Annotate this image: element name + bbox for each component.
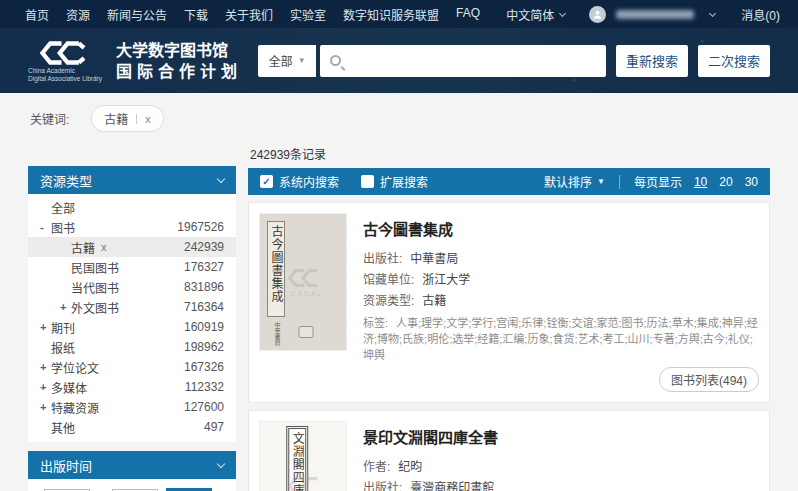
expand-icon[interactable]: + xyxy=(60,301,71,313)
field-row: 作者:纪昀 xyxy=(363,457,759,478)
cadal-watermark-icon: CADAL xyxy=(287,267,327,297)
nav-link[interactable]: FAQ xyxy=(456,6,480,23)
facet-item[interactable]: -图书1967526 xyxy=(28,217,236,237)
nav-link[interactable]: 下载 xyxy=(184,6,208,23)
secondary-search-button[interactable]: 二次搜索 xyxy=(698,45,770,77)
system-search-checkbox-group[interactable]: ✓ 系统内搜索 xyxy=(260,173,339,190)
facet-label: 期刊 xyxy=(51,319,75,336)
page-size-option[interactable]: 20 xyxy=(719,175,732,189)
facet-label: 报纸 xyxy=(51,339,75,356)
page-size-option[interactable]: 10 xyxy=(694,175,707,189)
keyword-divider xyxy=(136,114,137,124)
chevron-down-icon xyxy=(217,459,225,467)
search-input[interactable] xyxy=(349,48,596,74)
facet-label: 民国图书 xyxy=(71,259,119,276)
chevron-down-icon[interactable] xyxy=(709,9,716,16)
page-size-label: 每页显示 xyxy=(634,173,682,190)
keyword-label: 关键词: xyxy=(30,110,69,127)
nav-link[interactable]: 实验室 xyxy=(290,6,326,23)
facet-label: 多媒体 xyxy=(51,379,87,396)
facet-item[interactable]: 报纸198962 xyxy=(28,337,236,357)
facet-title: 资源类型 xyxy=(40,171,92,190)
dropdown-arrow-icon: ▼ xyxy=(298,56,306,65)
tags-value: 人事;理学;文学;学行;宫闱;乐律;铨衡;交谊;家范;图书;历法;草木;集成;神… xyxy=(363,317,758,361)
keyword-pill[interactable]: 古籍 x xyxy=(91,105,164,132)
nav-link[interactable]: 数字知识服务联盟 xyxy=(343,6,439,23)
book-cover[interactable]: 古今圖書集成CADAL中華書局 xyxy=(259,213,347,351)
cadal-logo-icon xyxy=(39,39,91,67)
facet-count: 160919 xyxy=(184,320,224,334)
avatar[interactable] xyxy=(589,6,606,23)
field-label: 出版社: xyxy=(363,478,402,491)
language-selector[interactable]: 中文简体 xyxy=(506,6,565,23)
user-name-redacted[interactable] xyxy=(616,10,694,19)
book-list-button[interactable]: 图书列表(494) xyxy=(659,367,759,392)
facet-label: 外文图书 xyxy=(71,299,119,316)
facet-item[interactable]: +学位论文167326 xyxy=(28,357,236,377)
search-category-select[interactable]: 全部 ▼ xyxy=(258,45,316,77)
book-cover[interactable]: 文淵閣四庫全書CADAL臺灣商務印書館 xyxy=(259,421,347,491)
facet-count: 716364 xyxy=(184,300,224,314)
checkbox-unchecked[interactable] xyxy=(361,175,374,188)
results-toolbar: ✓ 系统内搜索 扩展搜索 默认排序 ▼ 每页显示 102030 xyxy=(248,168,770,195)
research-button[interactable]: 重新搜索 xyxy=(616,45,688,77)
collapse-icon[interactable]: - xyxy=(40,221,51,233)
keyword-text: 古籍 xyxy=(104,110,128,127)
facet-item[interactable]: 民国图书176327 xyxy=(28,257,236,277)
dropdown-arrow-icon: ▼ xyxy=(597,177,605,186)
page-size-option[interactable]: 30 xyxy=(745,175,758,189)
field-row: 出版社:臺灣商務印書館 xyxy=(363,478,759,491)
facet-label: 全部 xyxy=(51,199,75,216)
language-label: 中文简体 xyxy=(506,6,554,23)
logo-caption-line2: Digital Associative Library xyxy=(28,75,102,83)
site-title-line1: 大学数字图书馆 xyxy=(116,40,242,61)
facet-item[interactable]: 其他497 xyxy=(28,417,236,437)
toolbar-right: 默认排序 ▼ 每页显示 102030 xyxy=(544,173,758,190)
tags-label: 标签: xyxy=(363,317,388,329)
facet-item[interactable]: +特藏资源127600 xyxy=(28,397,236,417)
facet-item[interactable]: 全部 xyxy=(28,197,236,217)
nav-link[interactable]: 资源 xyxy=(66,6,90,23)
facet-label: 其他 xyxy=(51,419,75,436)
result-detail: 景印文淵閣四庫全書作者:纪昀出版社:臺灣商務印書館馆藏单位:南京大学资源类型:古… xyxy=(363,421,759,491)
remove-filter-icon[interactable]: x xyxy=(101,241,107,253)
extended-search-label: 扩展搜索 xyxy=(380,173,428,190)
search-box xyxy=(320,45,606,77)
result-title[interactable]: 古今圖書集成 xyxy=(363,218,759,239)
result-card: 古今圖書集成CADAL中華書局古今圖書集成出版社:中華書局馆藏单位:浙江大学资源… xyxy=(248,202,770,403)
sort-selector[interactable]: 默认排序 ▼ xyxy=(544,173,605,190)
facet-count: 831896 xyxy=(184,280,224,294)
logo[interactable]: China Academic Digital Associative Libra… xyxy=(28,39,102,82)
result-title[interactable]: 景印文淵閣四庫全書 xyxy=(363,426,759,447)
search-category-value: 全部 xyxy=(269,52,293,69)
result-card: 文淵閣四庫全書CADAL臺灣商務印書館景印文淵閣四庫全書作者:纪昀出版社:臺灣商… xyxy=(248,410,770,491)
remove-keyword-icon[interactable]: x xyxy=(145,113,151,125)
sort-label: 默认排序 xyxy=(544,173,592,190)
check-icon: ✓ xyxy=(262,176,270,187)
site-header: China Academic Digital Associative Libra… xyxy=(0,28,798,93)
toolbar-divider xyxy=(619,175,620,189)
expand-icon[interactable]: + xyxy=(40,361,51,373)
nav-link[interactable]: 首页 xyxy=(25,6,49,23)
checkbox-checked[interactable]: ✓ xyxy=(260,175,273,188)
field-label: 出版社: xyxy=(363,249,402,270)
facet-header-resource-type[interactable]: 资源类型 xyxy=(28,166,236,194)
facet-count: 497 xyxy=(204,420,224,434)
facet-item[interactable]: +多媒体112332 xyxy=(28,377,236,397)
tags-row: 标签:人事;理学;文学;学行;宫闱;乐律;铨衡;交谊;家范;图书;历法;草木;集… xyxy=(363,315,759,363)
facet-item[interactable]: +外文图书716364 xyxy=(28,297,236,317)
chevron-down-icon xyxy=(559,9,566,16)
field-value: 中華書局 xyxy=(410,249,458,270)
extended-search-checkbox-group[interactable]: 扩展搜索 xyxy=(361,173,428,190)
facet-item[interactable]: 古籍x242939 xyxy=(28,237,236,257)
facet-header-publish-time[interactable]: 出版时间 xyxy=(28,451,236,479)
expand-icon[interactable]: + xyxy=(40,381,51,393)
facet-title: 出版时间 xyxy=(40,456,92,475)
nav-link[interactable]: 新闻与公告 xyxy=(107,6,167,23)
messages-link[interactable]: 消息(0) xyxy=(741,6,780,23)
expand-icon[interactable]: + xyxy=(40,401,51,413)
facet-item[interactable]: 当代图书831896 xyxy=(28,277,236,297)
nav-link[interactable]: 关于我们 xyxy=(225,6,273,23)
facet-item[interactable]: +期刊160919 xyxy=(28,317,236,337)
expand-icon[interactable]: + xyxy=(40,321,51,333)
